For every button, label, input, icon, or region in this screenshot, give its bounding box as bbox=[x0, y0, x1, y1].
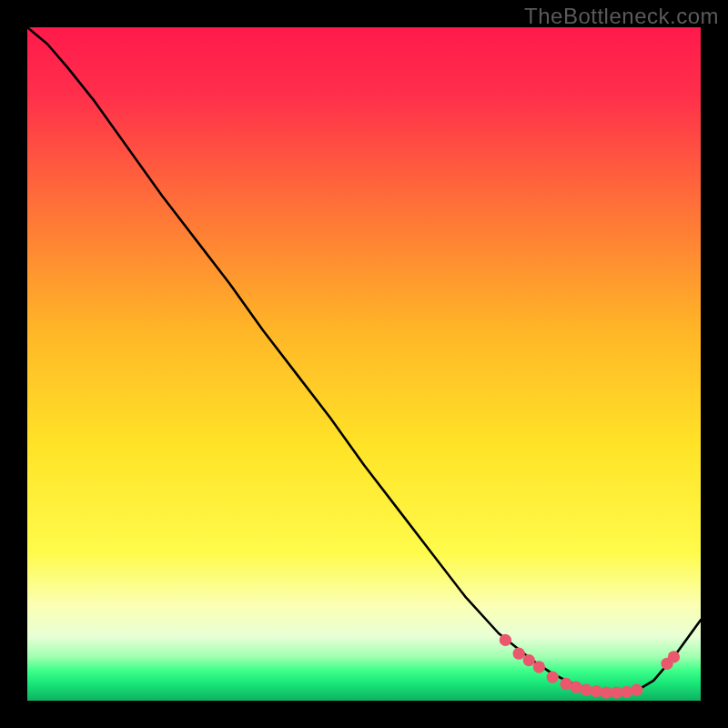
curve-layer bbox=[27, 27, 701, 701]
curve-marker bbox=[533, 661, 545, 672]
curve-marker bbox=[621, 686, 632, 698]
curve-marker bbox=[513, 648, 525, 660]
curve-marker bbox=[547, 671, 559, 682]
watermark-text: TheBottleneck.com bbox=[524, 4, 719, 29]
chart-frame: TheBottleneck.com bbox=[0, 0, 728, 728]
curve-marker bbox=[523, 654, 535, 666]
curve-marker bbox=[500, 634, 511, 646]
bottleneck-curve-path bbox=[27, 27, 701, 693]
marker-group bbox=[500, 634, 680, 699]
curve-marker bbox=[631, 684, 642, 696]
curve-marker bbox=[668, 651, 680, 662]
plot-area bbox=[27, 27, 701, 701]
